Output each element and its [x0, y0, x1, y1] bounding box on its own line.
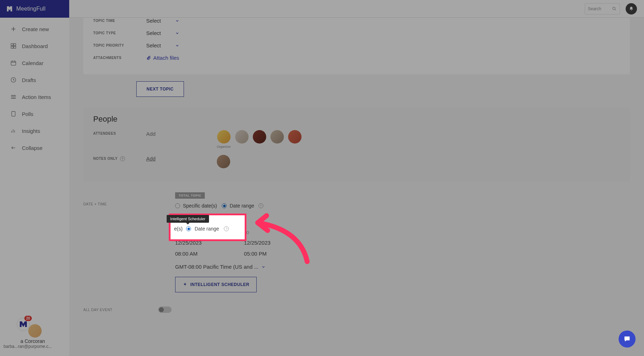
chat-icon — [623, 335, 631, 343]
from-label: FROM — [175, 231, 202, 235]
sidebar-item-dashboard[interactable]: Dashboard — [0, 37, 69, 54]
attendees-add[interactable]: Add — [146, 130, 217, 137]
people-section: People ATTENDEES Add Organizer NOTES ONL… — [83, 107, 630, 182]
nav-label: Calendar — [22, 60, 43, 66]
from-date[interactable]: 12/25/2023 — [175, 240, 202, 246]
logo-icon — [6, 5, 13, 13]
tooltip: Intelligent Scheduler — [167, 215, 209, 223]
next-topic-button[interactable]: NEXT TOPIC — [136, 81, 184, 97]
to-date[interactable]: 12/25/2023 — [244, 240, 270, 246]
toggle-knob — [159, 307, 164, 312]
user-email: barba...ran@purpome.c... — [4, 344, 52, 349]
topic-section: TOPIC TIME Select TOPIC TYPE Select TOPI… — [83, 18, 630, 74]
nav-label: Drafts — [22, 77, 36, 83]
search-placeholder: Search — [588, 6, 601, 11]
topic-priority-select[interactable]: Select — [146, 42, 179, 48]
attendees-label: ATTENDEES — [93, 130, 146, 135]
calendar-icon — [10, 59, 17, 66]
nav-label: Insights — [22, 128, 40, 134]
sidebar-item-action-items[interactable]: Action Items — [0, 88, 69, 105]
to-time[interactable]: 05:00 PM — [244, 251, 270, 257]
chevron-down-icon — [261, 265, 266, 269]
notes-only-label: NOTES ONLY ? — [93, 155, 146, 161]
attendee-avatar[interactable] — [235, 130, 249, 144]
attach-files-link[interactable]: Attach files — [146, 55, 179, 61]
meeting-length-value[interactable]: 20 — [220, 216, 226, 222]
search-icon — [612, 6, 617, 11]
svg-point-4 — [613, 7, 615, 10]
sidebar-item-collapse[interactable]: Collapse — [0, 139, 69, 156]
tooltip-text: Intelligent Scheduler — [170, 217, 205, 221]
clipboard-icon — [10, 110, 17, 117]
chat-button[interactable] — [619, 331, 636, 348]
paperclip-icon — [146, 56, 151, 60]
create-new-button[interactable]: Create new — [0, 21, 69, 37]
from-time[interactable]: 08:00 AM — [175, 251, 202, 257]
chevron-down-icon — [175, 19, 179, 23]
datetime-section: DATE + TIME TOTAL TOPIC Specific date(s)… — [83, 189, 630, 313]
timezone-row[interactable]: GMT-08:00 Pacific Time (US and ... — [175, 264, 630, 270]
attendee-organizer[interactable]: Organizer — [217, 130, 231, 148]
nav-label: Collapse — [22, 145, 42, 151]
all-day-toggle[interactable] — [158, 307, 172, 313]
attendee-avatar[interactable] — [270, 130, 284, 144]
all-day-label: ALL DAY EVENT — [83, 308, 112, 312]
date-time-label: DATE + TIME — [83, 192, 136, 206]
attendee-avatar[interactable] — [253, 130, 266, 144]
attach-text: Attach files — [153, 55, 179, 61]
date-range-radio[interactable]: Date range ? — [222, 203, 263, 209]
sidebar-item-insights[interactable]: Insights — [0, 122, 69, 139]
sidebar-item-polls[interactable]: Polls — [0, 105, 69, 122]
app-logo[interactable]: MeetingFull — [6, 5, 46, 13]
avatar — [217, 130, 231, 144]
total-topic-tag: TOTAL TOPIC — [175, 192, 205, 199]
all-day-row: ALL DAY EVENT — [83, 307, 630, 313]
notes-only-text: NOTES ONLY — [93, 157, 118, 161]
attendee-avatar[interactable] — [288, 130, 302, 144]
radio-unchecked-icon — [175, 203, 180, 208]
topic-type-row: TOPIC TYPE Select — [93, 30, 620, 36]
attachments-label: ATTACHMENTS — [93, 56, 146, 60]
user-section: 20 a Corcoran barba...ran@purpome.c... — [4, 324, 52, 349]
chevron-down-icon — [175, 43, 179, 48]
badge-count: 20 — [24, 316, 32, 321]
notes-only-avatar[interactable] — [217, 155, 230, 168]
topic-time-select[interactable]: Select — [146, 18, 179, 24]
sidebar-nav: Create new Dashboard Calendar Drafts Act… — [0, 18, 69, 159]
chart-icon — [10, 127, 17, 134]
topic-priority-label: TOPIC PRIORITY — [93, 43, 146, 47]
plus-icon — [10, 25, 17, 33]
select-value: Select — [146, 18, 161, 24]
help-icon[interactable]: ? — [258, 203, 263, 208]
specific-date-radio[interactable]: Specific date(s) — [175, 203, 217, 209]
attachments-row: ATTACHMENTS Attach files — [93, 55, 620, 61]
notifications-button[interactable] — [626, 3, 637, 14]
radio-checked-icon — [222, 203, 227, 208]
nav-label: Create new — [22, 26, 49, 32]
attendees-row: ATTENDEES Add Organizer — [93, 130, 620, 148]
to-column: TO 12/25/2023 05:00 PM — [244, 231, 270, 257]
notes-only-add[interactable]: Add — [146, 155, 217, 162]
notes-only-row: NOTES ONLY ? Add — [93, 155, 620, 168]
to-label: TO — [244, 231, 270, 235]
from-column: FROM 12/25/2023 08:00 AM — [175, 231, 202, 257]
organizer-label: Organizer — [217, 145, 231, 148]
search-input[interactable]: Search — [585, 3, 620, 14]
topic-time-label: TOPIC TIME — [93, 19, 146, 23]
sidebar-item-calendar[interactable]: Calendar — [0, 54, 69, 71]
topic-type-select[interactable]: Select — [146, 30, 179, 36]
user-badge[interactable]: 20 — [16, 317, 30, 331]
intelligent-scheduler-button[interactable]: INTELLIGENT SCHEDULER — [175, 277, 257, 292]
from-to-row: FROM 12/25/2023 08:00 AM TO 12/25/2023 0… — [175, 231, 630, 257]
topic-type-label: TOPIC TYPE — [93, 31, 146, 35]
topic-time-row: TOPIC TIME Select — [93, 18, 620, 24]
chevron-down-icon — [175, 31, 179, 35]
sidebar-item-drafts[interactable]: Drafts — [0, 71, 69, 88]
select-value: Select — [146, 30, 161, 36]
dashboard-icon — [10, 42, 17, 49]
clock-icon — [10, 76, 17, 83]
nav-label: Dashboard — [22, 43, 48, 49]
help-icon[interactable]: ? — [120, 156, 125, 161]
people-title: People — [93, 115, 620, 124]
meeting-length-row: MEETING LENGTH 20 — [175, 216, 630, 222]
